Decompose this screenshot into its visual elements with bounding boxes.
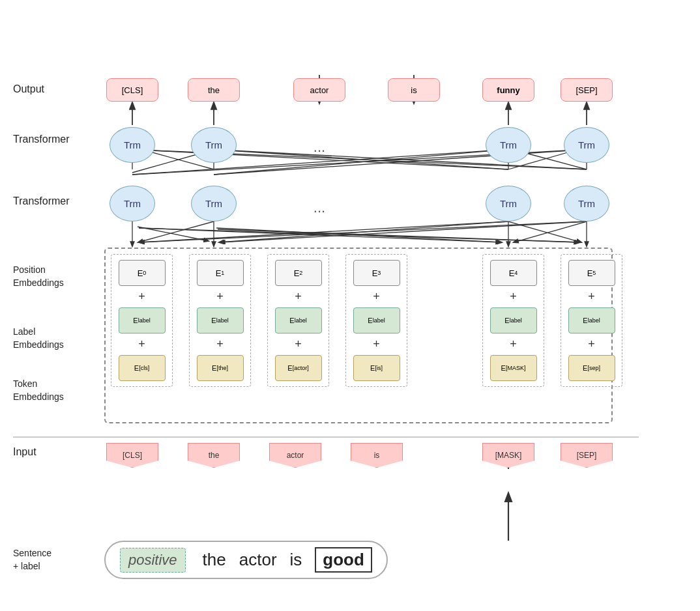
emb-col-0: E0 + Elabel + E[cls] [111,254,173,387]
svg-line-36 [514,221,587,242]
separator-line [13,436,639,438]
svg-line-34 [139,221,587,242]
trm-top-dots: ... [293,139,345,156]
svg-line-24 [139,228,501,242]
pos-box-4: E4 [490,260,537,286]
trm-top-4: Trm [486,127,531,163]
input-label: Input [13,446,36,458]
trm-bot-5: Trm [564,186,609,221]
input-token-is: is [351,443,403,468]
label-box-4: Elabel [490,307,537,334]
emb-col-5: E5 + Elabel + E[sep] [561,254,622,387]
svg-line-15 [219,150,508,169]
sentence-pill: positive the actor is good [104,541,388,579]
plus-2a: + [295,290,302,304]
transformer-top-label: Transformer [13,134,70,145]
input-token-actor: actor [269,443,321,468]
sentence-word-actor: actor [239,550,277,570]
token-box-2: E[actor] [275,355,322,381]
trm-top-1: Trm [191,127,237,163]
svg-line-28 [216,228,502,242]
output-box-funny: funny [482,78,534,102]
input-token-sep: [SEP] [561,443,613,468]
output-box-actor: actor [293,78,345,102]
svg-line-19 [219,150,587,169]
pos-box-2: E2 [275,260,322,286]
output-label: Output [13,83,44,95]
trm-bot-0: Trm [109,186,155,221]
label-box-1: Elabel [197,307,244,334]
plus-4b: + [510,337,517,351]
plus-4a: + [510,290,517,304]
svg-line-26 [138,221,214,242]
sentence-word-the: the [203,550,226,570]
pos-box-5: E5 [568,260,615,286]
svg-line-23 [138,227,209,241]
label-box-0: Elabel [119,307,166,334]
plus-3a: + [373,290,380,304]
position-embeddings-label: PositionEmbeddings [13,264,64,289]
output-box-is: is [388,78,440,102]
output-box-the: the [188,78,240,102]
output-box-sep: [SEP] [561,78,613,102]
trm-top-0: Trm [109,127,155,163]
label-box-5: Elabel [568,307,615,334]
plus-0a: + [138,290,145,304]
emb-col-2: E2 + Elabel + E[actor] [267,254,329,387]
plus-2b: + [295,337,302,351]
emb-col-4: E4 + Elabel + E[MASK] [482,254,544,387]
sentence-word-good: good [315,547,372,573]
pos-box-3: E3 [353,260,400,286]
plus-1b: + [216,337,224,351]
token-embeddings-label: TokenEmbeddings [13,378,64,403]
svg-line-33 [508,221,581,242]
label-box-3: Elabel [353,307,400,334]
plus-5a: + [588,290,595,304]
svg-line-25 [139,228,579,242]
input-token-cls: [CLS] [106,443,158,468]
positive-label-box: positive [120,548,186,573]
pos-box-1: E1 [197,260,244,286]
token-box-4: E[MASK] [490,355,537,381]
token-box-3: E[is] [353,355,400,381]
svg-line-30 [139,221,508,242]
plus-5b: + [588,337,595,351]
token-box-5: E[sep] [568,355,615,381]
input-token-the: the [188,443,240,468]
plus-0b: + [138,337,145,351]
sentence-word-is: is [290,550,302,570]
sentence-label-text: Sentence+ label [13,547,51,573]
token-box-0: E[cls] [119,355,166,381]
main-container: Output [CLS] the actor is funny [SEP] Tr… [0,0,700,611]
label-box-2: Elabel [275,307,322,334]
svg-line-31 [219,221,508,242]
trm-bot-4: Trm [486,186,531,221]
token-box-1: E[the] [197,355,244,381]
plus-3b: + [373,337,380,351]
svg-line-29 [218,229,580,242]
emb-col-1: E1 + Elabel + E[the] [189,254,251,387]
emb-col-3: E3 + Elabel + E[is] [345,254,407,387]
transformer-bottom-label: Transformer [13,195,70,207]
input-token-mask: [MASK] [482,443,534,468]
svg-line-12 [214,150,503,175]
output-box-cls: [CLS] [106,78,158,102]
trm-bot-dots: ... [293,199,345,216]
trm-bot-1: Trm [191,186,237,221]
plus-1a: + [216,290,224,304]
trm-top-5: Trm [564,127,609,163]
pos-box-0: E0 [119,260,166,286]
label-embeddings-label: LabelEmbeddings [13,326,64,351]
diagram: Output [CLS] the actor is funny [SEP] Tr… [13,7,687,593]
svg-line-35 [220,221,587,242]
